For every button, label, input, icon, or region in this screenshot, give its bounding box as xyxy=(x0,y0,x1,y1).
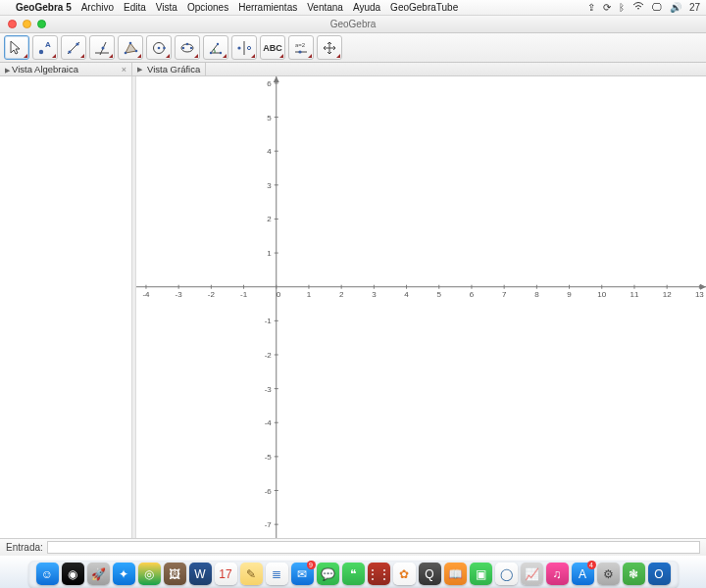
expand-icon: ▶ xyxy=(5,67,10,74)
dock-outlook[interactable]: O xyxy=(648,563,671,585)
window-close-button[interactable] xyxy=(8,20,17,28)
svg-point-23 xyxy=(237,46,240,49)
dock-appstore[interactable]: A xyxy=(572,563,594,585)
move-view-tool[interactable] xyxy=(317,35,342,60)
svg-point-13 xyxy=(158,46,161,49)
dock-quicktime[interactable]: Q xyxy=(419,563,441,585)
ellipse-tool[interactable] xyxy=(175,35,200,60)
svg-text:4: 4 xyxy=(267,147,272,156)
dock-area: ☺◉🚀✦◎🖼W17✎≣✉💬❝⋮⋮✿Q📖▣◯📈♫A⚙❃O xyxy=(0,556,706,588)
dock-activity[interactable]: 📈 xyxy=(521,563,543,585)
graph-view[interactable]: -4-3-2-1012345678910111213-7-6-5-4-3-2-1… xyxy=(136,76,706,538)
svg-text:-1: -1 xyxy=(240,290,248,299)
angle-tool[interactable] xyxy=(203,35,228,60)
dock-launchpad[interactable]: 🚀 xyxy=(87,563,110,585)
svg-point-3 xyxy=(68,50,71,53)
dock-facetime[interactable]: ▣ xyxy=(470,563,492,585)
dock-wechat[interactable]: ❝ xyxy=(342,563,365,585)
display-icon[interactable]: 🖵 xyxy=(652,2,662,13)
dock-geogebra[interactable]: ◯ xyxy=(495,563,518,585)
dock-evernote[interactable]: ❃ xyxy=(623,563,645,585)
move-tool[interactable] xyxy=(4,35,29,60)
svg-text:-1: -1 xyxy=(265,317,273,325)
reflect-tool[interactable] xyxy=(231,35,257,60)
svg-text:2: 2 xyxy=(267,215,272,223)
svg-text:7: 7 xyxy=(502,290,507,299)
input-field[interactable] xyxy=(47,541,700,554)
window-title: GeoGebra xyxy=(330,19,377,29)
graph-view-header[interactable]: ▶Vista Gráfica xyxy=(132,63,206,75)
svg-text:-5: -5 xyxy=(265,453,273,462)
menu-ventana[interactable]: Ventana xyxy=(307,2,343,13)
dock-calendar[interactable]: 17 xyxy=(215,563,237,585)
svg-text:3: 3 xyxy=(372,290,377,299)
dock-ibooks[interactable]: 📖 xyxy=(444,563,467,585)
sync-icon[interactable]: ⟳ xyxy=(603,2,611,13)
svg-point-11 xyxy=(135,49,138,52)
svg-text:0: 0 xyxy=(277,290,281,299)
svg-text:6: 6 xyxy=(267,79,272,88)
dock-photos[interactable]: ✿ xyxy=(393,563,416,585)
svg-text:-4: -4 xyxy=(142,290,150,299)
dropbox-icon[interactable]: ⇪ xyxy=(587,2,595,13)
svg-text:-2: -2 xyxy=(208,290,216,299)
window-zoom-button[interactable] xyxy=(37,20,46,28)
dock-prefs[interactable]: ⚙ xyxy=(597,563,620,585)
menu-herramientas[interactable]: Herramientas xyxy=(238,2,297,13)
dock-notes[interactable]: ✎ xyxy=(240,563,263,585)
coordinate-plane[interactable]: -4-3-2-1012345678910111213-7-6-5-4-3-2-1… xyxy=(136,76,706,538)
point-tool[interactable]: A xyxy=(32,35,58,60)
dock-messages[interactable]: 💬 xyxy=(317,563,339,585)
view-header-bar: ▶Vista Algebraica × ▶Vista Gráfica xyxy=(0,63,706,76)
wifi-icon[interactable] xyxy=(632,2,644,13)
svg-point-0 xyxy=(39,49,43,53)
svg-point-20 xyxy=(220,51,222,53)
algebra-view[interactable] xyxy=(0,76,132,538)
svg-marker-8 xyxy=(126,43,136,53)
svg-point-16 xyxy=(182,46,184,48)
svg-text:8: 8 xyxy=(534,290,539,299)
svg-point-14 xyxy=(163,46,166,49)
menu-archivo[interactable]: Archivo xyxy=(81,2,114,13)
svg-text:-3: -3 xyxy=(176,290,183,299)
text-tool[interactable]: ABC xyxy=(260,35,285,60)
workspace: -4-3-2-1012345678910111213-7-6-5-4-3-2-1… xyxy=(0,76,706,538)
svg-point-18 xyxy=(186,42,188,44)
svg-text:12: 12 xyxy=(663,290,672,299)
menu-edita[interactable]: Edita xyxy=(124,2,146,13)
svg-point-27 xyxy=(298,50,301,53)
dock-finder[interactable]: ☺ xyxy=(36,563,59,585)
dock-siri[interactable]: ◉ xyxy=(62,563,84,585)
dock-safari[interactable]: ✦ xyxy=(113,563,135,585)
svg-text:5: 5 xyxy=(267,114,272,122)
menu-opciones[interactable]: Opciones xyxy=(187,2,228,13)
menu-ayuda[interactable]: Ayuda xyxy=(353,2,380,13)
perpendicular-tool[interactable] xyxy=(89,35,115,60)
line-tool[interactable] xyxy=(61,35,86,60)
dock-preview[interactable]: 🖼 xyxy=(164,563,186,585)
volume-icon[interactable]: 🔊 xyxy=(670,2,681,13)
svg-text:A: A xyxy=(45,40,51,49)
dock-reminders[interactable]: ≣ xyxy=(266,563,288,585)
system-menubar: GeoGebra 5 Archivo Edita Vista Opciones … xyxy=(0,0,706,16)
input-label: Entrada: xyxy=(6,542,43,553)
svg-text:-3: -3 xyxy=(265,385,273,394)
input-bar: Entrada: xyxy=(0,538,706,556)
polygon-tool[interactable] xyxy=(118,35,143,60)
circle-tool[interactable] xyxy=(146,35,172,60)
window-minimize-button[interactable] xyxy=(23,20,31,28)
svg-text:a=2: a=2 xyxy=(295,42,306,48)
close-algebra-view-button[interactable]: × xyxy=(122,65,126,74)
slider-tool[interactable]: a=2 xyxy=(288,35,314,60)
clock[interactable]: 27 xyxy=(689,2,700,13)
menu-geogebratube[interactable]: GeoGebraTube xyxy=(390,2,458,13)
dock-chrome[interactable]: ◎ xyxy=(138,563,161,585)
menu-vista[interactable]: Vista xyxy=(156,2,177,13)
dock-word[interactable]: W xyxy=(189,563,212,585)
bluetooth-icon[interactable]: ᛒ xyxy=(619,2,625,13)
dock-tiles[interactable]: ⋮⋮ xyxy=(368,563,390,585)
dock-mail[interactable]: ✉ xyxy=(291,563,314,585)
algebra-view-header[interactable]: ▶Vista Algebraica × xyxy=(0,63,132,75)
app-name[interactable]: GeoGebra 5 xyxy=(16,2,72,13)
dock-itunes[interactable]: ♫ xyxy=(546,563,569,585)
